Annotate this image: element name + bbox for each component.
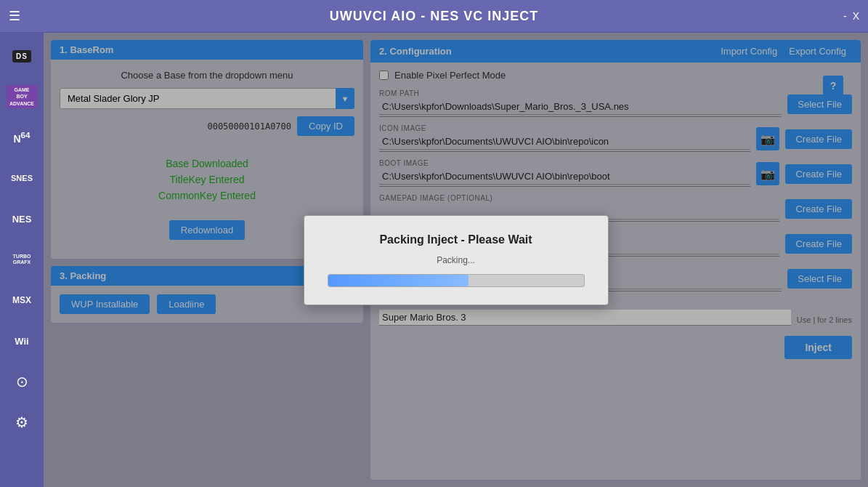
modal-title: Packing Inject - Please Wait <box>379 233 532 246</box>
modal-dialog: Packing Inject - Please Wait Packing... <box>304 215 609 305</box>
sidebar-item-n64[interactable]: N64 <box>2 118 41 157</box>
main-layout: DS GAMEBOYADVANCE N64 SNES NES TURBOGRAF… <box>0 33 868 487</box>
modal-subtitle: Packing... <box>437 255 475 265</box>
sidebar-item-nes[interactable]: NES <box>2 199 41 238</box>
snes-icon: SNES <box>11 174 33 182</box>
sidebar-item-settings[interactable]: ⚙ <box>2 403 41 442</box>
sidebar-item-snes[interactable]: SNES <box>2 158 41 198</box>
content-area: 1. BaseRom Choose a Base from the dropdo… <box>44 33 868 487</box>
app-title: UWUVCI AIO - NES VC INJECT <box>330 9 538 24</box>
sidebar: DS GAMEBOYADVANCE N64 SNES NES TURBOGRAF… <box>0 33 44 487</box>
turbografx-icon: TURBOGRAFX <box>13 254 31 265</box>
window-controls: - X <box>843 10 859 22</box>
progress-bar-fill <box>328 275 469 286</box>
nes-icon: NES <box>12 214 32 225</box>
modal-overlay: Packing Inject - Please Wait Packing... <box>44 33 868 487</box>
ds-icon: DS <box>12 50 31 63</box>
wii-icon: Wii <box>15 336 28 347</box>
sidebar-item-turbografx[interactable]: TURBOGRAFX <box>2 240 41 279</box>
menu-button[interactable]: ☰ <box>9 8 20 24</box>
gear-icon: ⚙ <box>15 414 28 431</box>
close-button[interactable]: X <box>853 10 859 22</box>
gc-icon: ⊙ <box>16 373 28 390</box>
minimize-button[interactable]: - <box>843 10 847 22</box>
sidebar-item-wii[interactable]: Wii <box>2 321 41 361</box>
titlebar: ☰ UWUVCI AIO - NES VC INJECT - X <box>0 0 868 33</box>
n64-icon: N64 <box>13 130 30 145</box>
sidebar-item-gba[interactable]: GAMEBOYADVANCE <box>2 77 41 116</box>
sidebar-item-msx[interactable]: MSX <box>2 281 41 320</box>
progress-bar-wrapper <box>328 274 585 287</box>
msx-icon: MSX <box>12 295 31 305</box>
sidebar-item-ds[interactable]: DS <box>2 36 41 76</box>
sidebar-item-gc[interactable]: ⊙ <box>2 362 41 401</box>
gba-icon: GAMEBOYADVANCE <box>7 85 37 108</box>
